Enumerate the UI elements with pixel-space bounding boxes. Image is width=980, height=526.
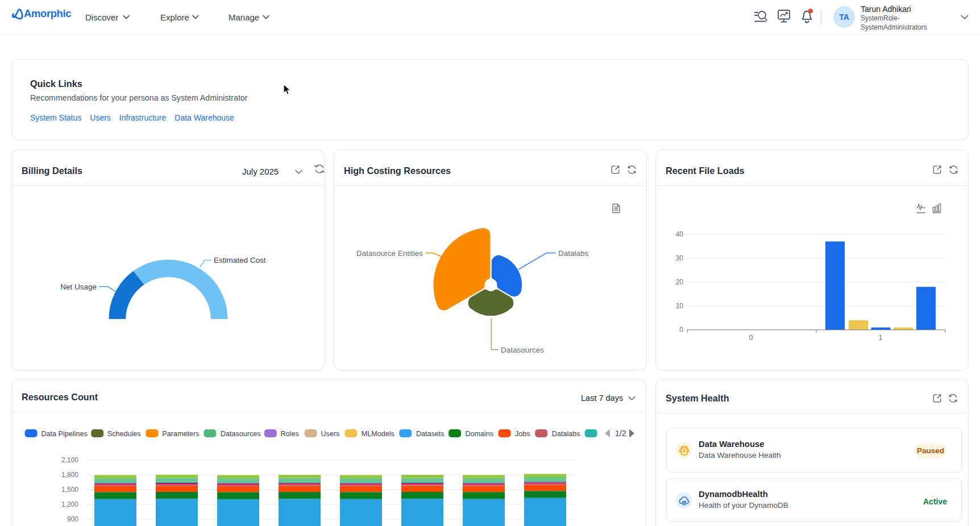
svg-text:Data Pipelines: Data Pipelines — [41, 430, 88, 438]
svg-text:Jobs: Jobs — [515, 430, 530, 438]
svg-text:MLModels: MLModels — [362, 430, 395, 438]
svg-text:Roles: Roles — [281, 430, 299, 438]
svg-text:1,200: 1,200 — [61, 500, 78, 508]
svg-text:0: 0 — [749, 334, 753, 342]
svg-text:0: 0 — [679, 326, 683, 334]
svg-text:10: 10 — [676, 302, 684, 310]
svg-text:Datasource Entities: Datasource Entities — [356, 249, 423, 258]
svg-text:Datasets: Datasets — [416, 430, 445, 438]
svg-text:1,800: 1,800 — [61, 471, 78, 479]
svg-text:1,500: 1,500 — [61, 486, 78, 494]
svg-text:Datasources: Datasources — [221, 430, 261, 438]
svg-text:30: 30 — [676, 254, 684, 262]
svg-text:Domains: Domains — [465, 430, 493, 438]
svg-text:Datalabs: Datalabs — [552, 430, 580, 438]
svg-text:1/2: 1/2 — [615, 429, 626, 438]
svg-text:1: 1 — [879, 334, 883, 342]
svg-text:40: 40 — [676, 230, 684, 238]
svg-text:Parameters: Parameters — [162, 430, 199, 438]
svg-text:Schedules: Schedules — [107, 430, 141, 438]
svg-text:Users: Users — [321, 430, 340, 438]
svg-text:Net Usage: Net Usage — [60, 283, 97, 291]
svg-text:Estimated Cost: Estimated Cost — [214, 256, 266, 264]
svg-text:900: 900 — [67, 515, 78, 523]
svg-text:Amorphic: Amorphic — [24, 7, 71, 19]
svg-text:20: 20 — [676, 278, 684, 286]
svg-text:Datasources: Datasources — [501, 346, 544, 354]
svg-text:2,100: 2,100 — [61, 456, 78, 464]
svg-text:Datalabs: Datalabs — [558, 249, 589, 258]
